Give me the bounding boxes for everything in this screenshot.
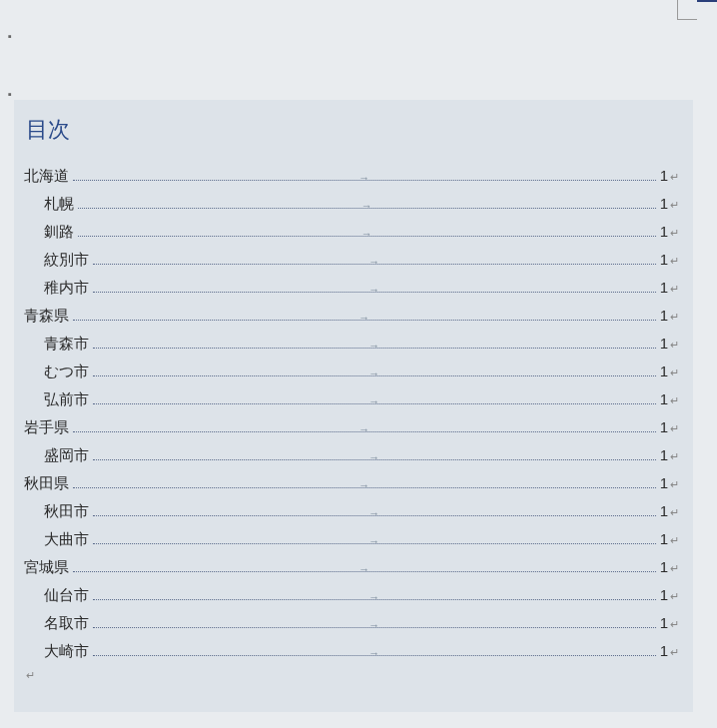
toc-entry[interactable]: 紋別市→1↵ — [24, 249, 679, 270]
toc-entry[interactable]: 岩手県→1↵ — [24, 416, 679, 437]
return-mark-icon: ↵ — [670, 505, 679, 520]
tab-arrow-icon: → — [368, 450, 379, 465]
toc-entry-label: 宮城県 — [24, 556, 69, 577]
toc-leader-dots: → — [93, 375, 656, 376]
toc-entry-label: 秋田県 — [24, 472, 69, 493]
toc-page-number: 1 — [660, 612, 668, 633]
paragraph-end-mark: ↵ — [26, 669, 679, 682]
toc-entry[interactable]: 大崎市→1↵ — [24, 640, 679, 661]
tab-arrow-icon: → — [368, 283, 379, 298]
tab-arrow-icon: → — [358, 171, 369, 186]
return-mark-icon: ↵ — [670, 421, 679, 436]
toc-entry-label: 弘前市 — [44, 388, 89, 409]
toc-entry[interactable]: 仙台市→1↵ — [24, 584, 679, 605]
return-mark-icon: ↵ — [670, 170, 679, 185]
toc-entry[interactable]: 弘前市→1↵ — [24, 388, 679, 409]
return-mark-icon: ↵ — [670, 589, 679, 604]
paragraph-mark-icon: ▪ — [8, 30, 12, 42]
toc-entry[interactable]: 北海道→1↵ — [24, 165, 679, 186]
page-margin-edge — [697, 0, 717, 2]
toc-entry-label: 青森県 — [24, 305, 69, 326]
toc-entry-label: 北海道 — [24, 165, 69, 186]
toc-page-number: 1 — [660, 584, 668, 605]
toc-leader-dots: → — [93, 627, 656, 628]
tab-arrow-icon: → — [368, 646, 379, 661]
toc-entry[interactable]: むつ市→1↵ — [24, 361, 679, 381]
toc-leader-dots: → — [93, 655, 656, 656]
return-mark-icon: ↵ — [670, 282, 679, 297]
return-mark-icon: ↵ — [670, 645, 679, 660]
toc-entry-label: 岩手県 — [24, 416, 69, 437]
tab-arrow-icon: → — [358, 422, 369, 437]
toc-leader-dots: → — [93, 459, 656, 460]
toc-entry[interactable]: 秋田県→1↵ — [24, 472, 679, 493]
toc-entry[interactable]: 釧路→1↵ — [24, 221, 679, 242]
toc-leader-dots: → — [93, 292, 656, 293]
table-of-contents: 目次 北海道→1↵札幌→1↵釧路→1↵紋別市→1↵稚内市→1↵青森県→1↵青森市… — [14, 100, 693, 712]
toc-leader-dots: → — [73, 487, 656, 488]
tab-arrow-icon: → — [368, 255, 379, 270]
toc-entry-label: むつ市 — [44, 361, 89, 381]
return-mark-icon: ↵ — [670, 533, 679, 548]
tab-arrow-icon: → — [368, 590, 379, 605]
tab-arrow-icon: → — [361, 227, 372, 242]
toc-leader-dots: → — [93, 515, 656, 516]
return-mark-icon: ↵ — [670, 365, 679, 380]
return-mark-icon: ↵ — [670, 198, 679, 213]
toc-page-number: 1 — [660, 528, 668, 549]
toc-page-number: 1 — [660, 640, 668, 661]
tab-arrow-icon: → — [368, 618, 379, 633]
toc-leader-dots: → — [93, 264, 656, 265]
toc-leader-dots: → — [73, 431, 656, 432]
toc-entry-label: 大曲市 — [44, 528, 89, 549]
toc-entry[interactable]: 宮城県→1↵ — [24, 556, 679, 577]
toc-leader-dots: → — [93, 348, 656, 349]
toc-leader-dots: → — [78, 236, 656, 237]
toc-entry[interactable]: 青森市→1↵ — [24, 333, 679, 354]
toc-leader-dots: → — [93, 599, 656, 600]
toc-entry[interactable]: 大曲市→1↵ — [24, 528, 679, 549]
toc-page-number: 1 — [660, 416, 668, 437]
tab-arrow-icon: → — [358, 311, 369, 326]
toc-entry-label: 札幌 — [44, 193, 74, 214]
toc-page-number: 1 — [660, 472, 668, 493]
toc-entry[interactable]: 秋田市→1↵ — [24, 500, 679, 521]
tab-arrow-icon: → — [358, 478, 369, 493]
toc-entry-label: 紋別市 — [44, 249, 89, 270]
return-mark-icon: ↵ — [670, 393, 679, 408]
toc-entry[interactable]: 稚内市→1↵ — [24, 277, 679, 298]
toc-entry-label: 名取市 — [44, 612, 89, 633]
toc-entry-label: 仙台市 — [44, 584, 89, 605]
toc-page-number: 1 — [660, 556, 668, 577]
toc-page-number: 1 — [660, 500, 668, 521]
tab-arrow-icon: → — [368, 534, 379, 549]
return-mark-icon: ↵ — [670, 617, 679, 632]
toc-entry[interactable]: 札幌→1↵ — [24, 193, 679, 214]
toc-page-number: 1 — [660, 221, 668, 242]
toc-leader-dots: → — [73, 320, 656, 321]
toc-title: 目次 — [26, 115, 679, 145]
tab-arrow-icon: → — [368, 366, 379, 381]
toc-entry[interactable]: 盛岡市→1↵ — [24, 444, 679, 465]
toc-entry[interactable]: 青森県→1↵ — [24, 305, 679, 326]
return-mark-icon: ↵ — [670, 338, 679, 353]
toc-page-number: 1 — [660, 361, 668, 381]
toc-entries-list: 北海道→1↵札幌→1↵釧路→1↵紋別市→1↵稚内市→1↵青森県→1↵青森市→1↵… — [24, 165, 679, 661]
tab-arrow-icon: → — [358, 562, 369, 577]
toc-entry-label: 盛岡市 — [44, 444, 89, 465]
toc-entry-label: 秋田市 — [44, 500, 89, 521]
toc-page-number: 1 — [660, 444, 668, 465]
toc-entry-label: 青森市 — [44, 333, 89, 354]
tab-arrow-icon: → — [368, 506, 379, 521]
toc-entry[interactable]: 名取市→1↵ — [24, 612, 679, 633]
toc-leader-dots: → — [78, 208, 656, 209]
toc-page-number: 1 — [660, 193, 668, 214]
toc-page-number: 1 — [660, 388, 668, 409]
toc-leader-dots: → — [93, 543, 656, 544]
toc-leader-dots: → — [73, 180, 656, 181]
return-mark-icon: ↵ — [670, 226, 679, 241]
toc-leader-dots: → — [93, 403, 656, 404]
toc-page-number: 1 — [660, 305, 668, 326]
tab-arrow-icon: → — [368, 339, 379, 354]
toc-entry-label: 稚内市 — [44, 277, 89, 298]
